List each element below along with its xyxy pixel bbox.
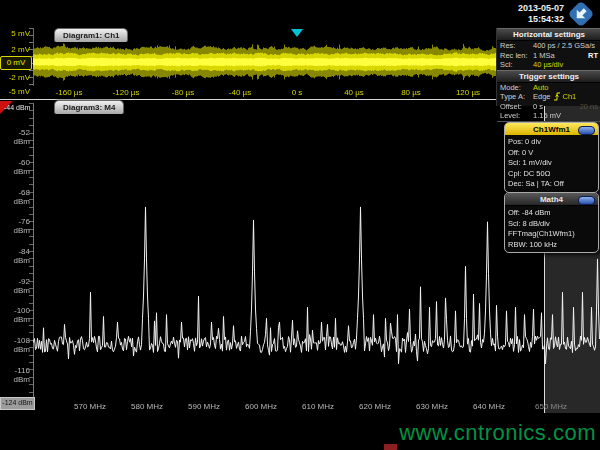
tick-label: 640 MHz [473, 402, 505, 411]
tick-label: 610 MHz [302, 402, 334, 411]
trigger-position-marker[interactable] [291, 29, 303, 37]
horizontal-reclen-row[interactable]: Rec len: 1 MSa RT [497, 51, 600, 61]
tick-label: 40 µs [344, 88, 364, 97]
math4-src-row: FFTmag(Ch1Wfm1) [508, 229, 595, 240]
watermark: www.cntronics.com [399, 420, 596, 446]
spectrum-ref-marker[interactable]: -124 dBm [0, 397, 35, 410]
tick-label: 2 mV [1, 45, 30, 54]
ch1-cpl-row: Cpl: DC 50Ω [508, 169, 595, 180]
tick-label: -160 µs [56, 88, 83, 97]
minimize-toggle[interactable] [578, 196, 595, 205]
offset-ghost-text: 20 ns [580, 102, 598, 111]
tick-label: -2 mV [1, 73, 30, 82]
tick-label: 650 MHz [535, 402, 567, 411]
minimize-toggle[interactable] [578, 126, 595, 135]
tick-label: 80 µs [401, 88, 421, 97]
date-text: 2013-05-07 [494, 3, 564, 14]
tick-label: -80 µs [172, 88, 194, 97]
ch1-pos-row: Pos: 0 div [508, 137, 595, 148]
tick-label: 580 MHz [131, 402, 163, 411]
math4-rbw-row: RBW: 100 kHz [508, 240, 595, 251]
tick-label: 620 MHz [359, 402, 391, 411]
horizontal-scale-row[interactable]: Scl: 40 µs/div [497, 60, 600, 70]
tick-label: 0 s [292, 88, 303, 97]
ch1-off-row: Off: 0 V [508, 148, 595, 159]
ch1wfm1-panel-header[interactable]: Ch1Wfm1 [505, 123, 598, 135]
tick-label: -108 dBm [1, 336, 30, 354]
ch1wfm1-panel[interactable]: Ch1Wfm1 Pos: 0 div Off: 0 V Scl: 1 mV/di… [504, 122, 599, 193]
trigger-level-row[interactable]: Level: 1.15 mV [497, 111, 600, 122]
horizontal-settings-header[interactable]: Horizontal settings [497, 28, 600, 41]
tick-label: -92 dBm [1, 277, 30, 295]
tick-label: 570 MHz [74, 402, 106, 411]
tab-diagram3[interactable]: Diagram3: M4 [54, 100, 124, 114]
ch1-offset-marker[interactable]: 0 mV [0, 56, 32, 70]
oscilloscope-screen: 2013-05-07 15:54:32 Diagram1: Ch1 0 mV D… [0, 0, 600, 450]
tick-label: 5 mV [1, 29, 30, 38]
tick-label: 120 µs [456, 88, 480, 97]
math4-scl-row: Scl: 8 dB/div [508, 219, 595, 230]
tick-label: -116 dBm [1, 366, 30, 384]
tick-label: -52 dBm [1, 128, 30, 146]
tick-label: -68 dBm [1, 188, 30, 206]
trigger-settings-header[interactable]: Trigger settings [497, 70, 600, 83]
tick-label: -100 dBm [1, 306, 30, 324]
ch1-dec-row: Dec: Sa | TA: Off [508, 179, 595, 190]
tick-label: -84 dBm [1, 247, 30, 265]
rising-edge-icon [553, 92, 561, 101]
trigger-mode-row[interactable]: Mode: Auto [497, 83, 600, 93]
time-text: 15:54:32 [494, 14, 564, 25]
trigger-offset-row[interactable]: Offset: 0 s 20 ns [497, 102, 600, 112]
tick-label: 590 MHz [188, 402, 220, 411]
math4-panel-header[interactable]: Math4 [505, 193, 598, 206]
math4-off-row: Off: -84 dBm [508, 208, 595, 219]
ch1-scl-row: Scl: 1 mV/div [508, 158, 595, 169]
watermark-fragment [384, 444, 397, 450]
tick-label: -76 dBm [1, 217, 30, 235]
tick-label: -40 µs [229, 88, 251, 97]
tick-label: 600 MHz [245, 402, 277, 411]
settings-sidebar: Horizontal settings Res: 400 ps / 2.5 GS… [496, 28, 600, 106]
math4-panel[interactable]: Math4 Off: -84 dBm Scl: 8 dB/div FFTmag(… [504, 192, 599, 253]
rs-logo-icon [567, 2, 595, 26]
trigger-type-row[interactable]: Type A: Edge Ch1 [497, 92, 600, 102]
clip-level-label: -44 dBm [4, 103, 30, 112]
realtime-badge: RT [588, 51, 598, 60]
tab-diagram1[interactable]: Diagram1: Ch1 [54, 28, 128, 42]
horizontal-res-row[interactable]: Res: 400 ps / 2.5 GSa/s [497, 41, 600, 51]
tick-label: 630 MHz [416, 402, 448, 411]
datetime: 2013-05-07 15:54:32 [494, 3, 564, 25]
tick-label: -120 µs [113, 88, 140, 97]
tick-label: -60 dBm [1, 158, 30, 176]
tick-label: -5 mV [1, 87, 30, 96]
